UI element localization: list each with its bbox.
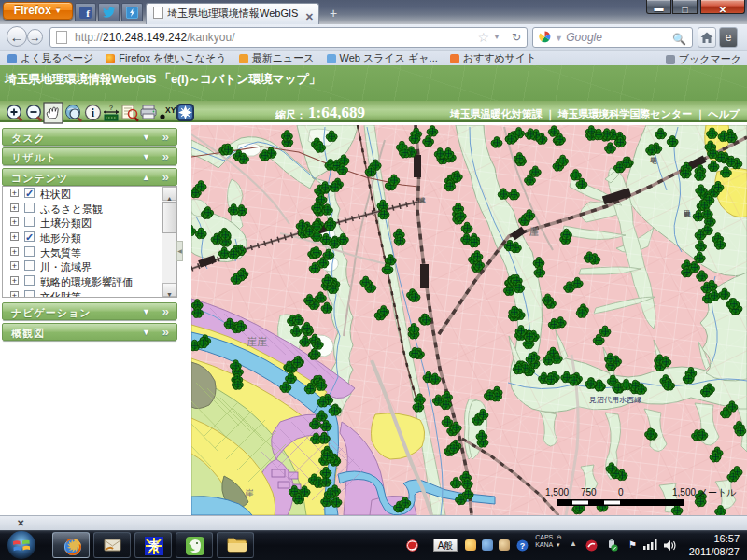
svg-text:f: f bbox=[86, 7, 90, 19]
svg-text:見沼代用水西縁: 見沼代用水西縁 bbox=[589, 396, 641, 404]
svg-text:0: 0 bbox=[618, 487, 624, 497]
svg-text:1,500: 1,500 bbox=[545, 487, 569, 497]
svg-text:?: ? bbox=[520, 541, 526, 551]
svg-text:崖崖: 崖崖 bbox=[247, 336, 267, 347]
svg-text:1,500 メートル: 1,500 メートル bbox=[672, 487, 737, 497]
svg-text:750: 750 bbox=[581, 487, 597, 497]
svg-text:XY: XY bbox=[165, 105, 176, 115]
svg-text:秀: 秀 bbox=[148, 540, 160, 552]
svg-text:?: ? bbox=[109, 105, 113, 111]
svg-text:崖: 崖 bbox=[245, 488, 254, 498]
